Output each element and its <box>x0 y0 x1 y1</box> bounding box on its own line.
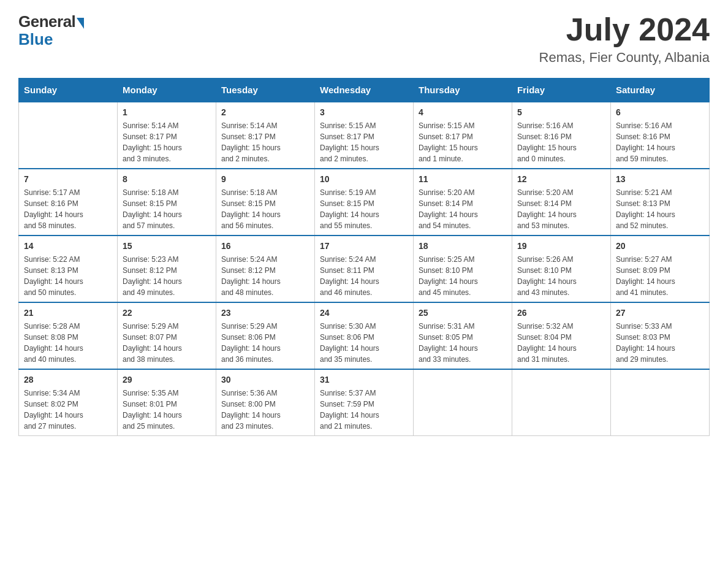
calendar-week-row: 28Sunrise: 5:34 AM Sunset: 8:02 PM Dayli… <box>19 369 710 436</box>
day-info: Sunrise: 5:19 AM Sunset: 8:15 PM Dayligh… <box>320 187 408 231</box>
day-number: 20 <box>616 240 704 253</box>
calendar-cell: 22Sunrise: 5:29 AM Sunset: 8:07 PM Dayli… <box>118 302 216 369</box>
day-number: 17 <box>320 240 408 253</box>
calendar-cell: 30Sunrise: 5:36 AM Sunset: 8:00 PM Dayli… <box>216 369 315 436</box>
calendar-cell: 6Sunrise: 5:16 AM Sunset: 8:16 PM Daylig… <box>611 102 710 169</box>
day-info: Sunrise: 5:15 AM Sunset: 8:17 PM Dayligh… <box>320 120 408 164</box>
day-number: 26 <box>517 307 605 320</box>
calendar-cell: 20Sunrise: 5:27 AM Sunset: 8:09 PM Dayli… <box>611 236 710 302</box>
day-info: Sunrise: 5:22 AM Sunset: 8:13 PM Dayligh… <box>24 254 112 298</box>
day-info: Sunrise: 5:34 AM Sunset: 8:02 PM Dayligh… <box>24 388 112 432</box>
calendar-cell: 7Sunrise: 5:17 AM Sunset: 8:16 PM Daylig… <box>19 169 118 236</box>
calendar-cell: 15Sunrise: 5:23 AM Sunset: 8:12 PM Dayli… <box>118 236 216 302</box>
calendar-week-row: 14Sunrise: 5:22 AM Sunset: 8:13 PM Dayli… <box>19 236 710 302</box>
calendar-header-friday: Friday <box>512 79 611 102</box>
day-number: 29 <box>123 373 211 386</box>
day-info: Sunrise: 5:35 AM Sunset: 8:01 PM Dayligh… <box>123 388 211 432</box>
calendar-cell: 14Sunrise: 5:22 AM Sunset: 8:13 PM Dayli… <box>19 236 118 302</box>
day-info: Sunrise: 5:37 AM Sunset: 7:59 PM Dayligh… <box>320 388 408 432</box>
day-number: 4 <box>419 106 507 119</box>
logo-general-text: General <box>18 12 75 31</box>
calendar-cell: 5Sunrise: 5:16 AM Sunset: 8:16 PM Daylig… <box>512 102 611 169</box>
day-info: Sunrise: 5:31 AM Sunset: 8:05 PM Dayligh… <box>419 321 507 365</box>
calendar-cell: 28Sunrise: 5:34 AM Sunset: 8:02 PM Dayli… <box>19 369 118 436</box>
day-number: 19 <box>517 240 605 253</box>
day-info: Sunrise: 5:15 AM Sunset: 8:17 PM Dayligh… <box>419 120 507 164</box>
day-info: Sunrise: 5:18 AM Sunset: 8:15 PM Dayligh… <box>123 187 211 231</box>
day-number: 30 <box>221 373 309 386</box>
calendar-cell: 4Sunrise: 5:15 AM Sunset: 8:17 PM Daylig… <box>414 102 512 169</box>
day-number: 15 <box>123 240 211 253</box>
calendar-header-row: SundayMondayTuesdayWednesdayThursdayFrid… <box>19 79 710 102</box>
day-info: Sunrise: 5:25 AM Sunset: 8:10 PM Dayligh… <box>419 254 507 298</box>
day-info: Sunrise: 5:21 AM Sunset: 8:13 PM Dayligh… <box>616 187 704 231</box>
calendar-cell: 31Sunrise: 5:37 AM Sunset: 7:59 PM Dayli… <box>315 369 414 436</box>
day-info: Sunrise: 5:14 AM Sunset: 8:17 PM Dayligh… <box>221 120 309 164</box>
day-number: 24 <box>320 307 408 320</box>
calendar-cell: 12Sunrise: 5:20 AM Sunset: 8:14 PM Dayli… <box>512 169 611 236</box>
calendar-header-thursday: Thursday <box>414 79 512 102</box>
day-info: Sunrise: 5:20 AM Sunset: 8:14 PM Dayligh… <box>419 187 507 231</box>
day-info: Sunrise: 5:29 AM Sunset: 8:06 PM Dayligh… <box>221 321 309 365</box>
day-info: Sunrise: 5:33 AM Sunset: 8:03 PM Dayligh… <box>616 321 704 365</box>
calendar-week-row: 7Sunrise: 5:17 AM Sunset: 8:16 PM Daylig… <box>19 169 710 236</box>
day-info: Sunrise: 5:16 AM Sunset: 8:16 PM Dayligh… <box>616 120 704 164</box>
calendar-header-tuesday: Tuesday <box>216 79 315 102</box>
day-number: 22 <box>123 307 211 320</box>
day-number: 31 <box>320 373 408 386</box>
calendar-cell: 18Sunrise: 5:25 AM Sunset: 8:10 PM Dayli… <box>414 236 512 302</box>
day-info: Sunrise: 5:27 AM Sunset: 8:09 PM Dayligh… <box>616 254 704 298</box>
calendar-cell <box>611 369 710 436</box>
day-info: Sunrise: 5:30 AM Sunset: 8:06 PM Dayligh… <box>320 321 408 365</box>
calendar-cell: 24Sunrise: 5:30 AM Sunset: 8:06 PM Dayli… <box>315 302 414 369</box>
day-number: 10 <box>320 173 408 186</box>
calendar-week-row: 1Sunrise: 5:14 AM Sunset: 8:17 PM Daylig… <box>19 102 710 169</box>
day-number: 16 <box>221 240 309 253</box>
day-number: 11 <box>419 173 507 186</box>
calendar-header-wednesday: Wednesday <box>315 79 414 102</box>
day-number: 1 <box>123 106 211 119</box>
logo-arrow-icon <box>77 18 84 29</box>
day-number: 5 <box>517 106 605 119</box>
day-number: 27 <box>616 307 704 320</box>
calendar-cell: 26Sunrise: 5:32 AM Sunset: 8:04 PM Dayli… <box>512 302 611 369</box>
day-number: 25 <box>419 307 507 320</box>
day-number: 28 <box>24 373 112 386</box>
day-number: 9 <box>221 173 309 186</box>
calendar-week-row: 21Sunrise: 5:28 AM Sunset: 8:08 PM Dayli… <box>19 302 710 369</box>
day-info: Sunrise: 5:17 AM Sunset: 8:16 PM Dayligh… <box>24 187 112 231</box>
calendar-cell: 21Sunrise: 5:28 AM Sunset: 8:08 PM Dayli… <box>19 302 118 369</box>
day-info: Sunrise: 5:24 AM Sunset: 8:11 PM Dayligh… <box>320 254 408 298</box>
calendar-cell: 10Sunrise: 5:19 AM Sunset: 8:15 PM Dayli… <box>315 169 414 236</box>
day-number: 6 <box>616 106 704 119</box>
title-section: July 2024 Remas, Fier County, Albania <box>539 12 710 66</box>
calendar-cell: 23Sunrise: 5:29 AM Sunset: 8:06 PM Dayli… <box>216 302 315 369</box>
day-info: Sunrise: 5:32 AM Sunset: 8:04 PM Dayligh… <box>517 321 605 365</box>
day-info: Sunrise: 5:29 AM Sunset: 8:07 PM Dayligh… <box>123 321 211 365</box>
calendar-cell: 1Sunrise: 5:14 AM Sunset: 8:17 PM Daylig… <box>118 102 216 169</box>
day-info: Sunrise: 5:14 AM Sunset: 8:17 PM Dayligh… <box>123 120 211 164</box>
calendar-cell: 9Sunrise: 5:18 AM Sunset: 8:15 PM Daylig… <box>216 169 315 236</box>
calendar-cell: 11Sunrise: 5:20 AM Sunset: 8:14 PM Dayli… <box>414 169 512 236</box>
logo-blue-text: Blue <box>18 30 53 49</box>
page-header: General Blue July 2024 Remas, Fier Count… <box>18 12 710 66</box>
day-number: 2 <box>221 106 309 119</box>
location-subtitle: Remas, Fier County, Albania <box>539 50 710 66</box>
day-number: 21 <box>24 307 112 320</box>
day-number: 7 <box>24 173 112 186</box>
day-number: 12 <box>517 173 605 186</box>
calendar-cell: 3Sunrise: 5:15 AM Sunset: 8:17 PM Daylig… <box>315 102 414 169</box>
calendar-cell: 17Sunrise: 5:24 AM Sunset: 8:11 PM Dayli… <box>315 236 414 302</box>
calendar-cell: 2Sunrise: 5:14 AM Sunset: 8:17 PM Daylig… <box>216 102 315 169</box>
calendar-cell: 25Sunrise: 5:31 AM Sunset: 8:05 PM Dayli… <box>414 302 512 369</box>
logo: General Blue <box>18 12 84 49</box>
calendar-cell: 29Sunrise: 5:35 AM Sunset: 8:01 PM Dayli… <box>118 369 216 436</box>
day-info: Sunrise: 5:18 AM Sunset: 8:15 PM Dayligh… <box>221 187 309 231</box>
day-info: Sunrise: 5:28 AM Sunset: 8:08 PM Dayligh… <box>24 321 112 365</box>
day-info: Sunrise: 5:36 AM Sunset: 8:00 PM Dayligh… <box>221 388 309 432</box>
day-number: 13 <box>616 173 704 186</box>
calendar-header-monday: Monday <box>118 79 216 102</box>
day-number: 3 <box>320 106 408 119</box>
calendar-cell: 13Sunrise: 5:21 AM Sunset: 8:13 PM Dayli… <box>611 169 710 236</box>
calendar-cell <box>512 369 611 436</box>
